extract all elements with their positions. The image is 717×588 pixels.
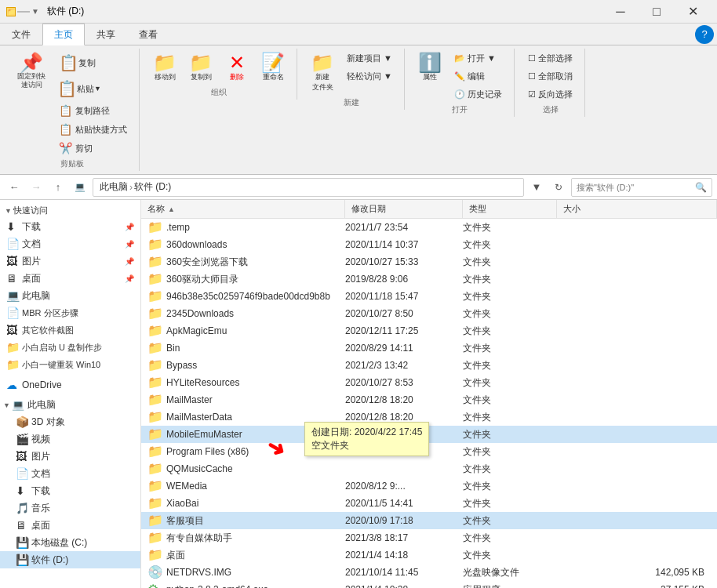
sidebar-item-reinstall[interactable]: 📁 小白一键重装 Win10 <box>0 356 140 373</box>
sidebar-item-onedrive[interactable]: ☁ OneDrive <box>0 376 140 394</box>
table-row[interactable]: 📁 客服项目 2020/10/9 17:18 文件夹 <box>141 512 717 529</box>
table-row[interactable]: 📁 HYLiteResources 2020/10/27 8:53 文件夹 <box>141 374 717 391</box>
history-button[interactable]: 🕐 历史记录 <box>449 86 508 103</box>
tab-share[interactable]: 共享 <box>85 24 127 45</box>
table-row[interactable]: 📁 MailMaster 2020/12/8 18:20 文件夹 <box>141 391 717 408</box>
file-date: 2020/10/9 17:18 <box>345 515 463 526</box>
close-button[interactable]: ✕ <box>675 0 711 24</box>
copy-path-button[interactable]: 📋 复制路径 <box>53 102 133 119</box>
refresh-button[interactable]: ↻ <box>549 178 568 197</box>
sidebar-item-mbr[interactable]: 📄 MBR 分区步骤 <box>0 304 140 321</box>
open-button[interactable]: 📂 打开 ▼ <box>449 50 508 67</box>
table-row[interactable]: 📁 Bypass 2021/2/3 13:42 文件夹 <box>141 357 717 374</box>
tab-view[interactable]: 查看 <box>127 24 169 45</box>
forward-button[interactable]: → <box>27 178 45 197</box>
table-row[interactable]: 📁 QQMusicCache 文件夹 <box>141 460 717 477</box>
edit-button[interactable]: ✏️ 编辑 <box>449 68 508 85</box>
pin-to-quick-access-button[interactable]: 📌 固定到快速访问 <box>11 50 52 93</box>
quick-access-arrow: ▼ <box>5 207 12 215</box>
sidebar-item-dsk[interactable]: 🖥 桌面 <box>0 517 140 534</box>
sidebar-item-pictures[interactable]: 🖼 图片 📌 <box>0 252 140 270</box>
table-row[interactable]: 📁 有专自媒体助手 2021/3/8 18:17 文件夹 <box>141 529 717 546</box>
sidebar-item-download[interactable]: ⬇ 下载 📌 <box>0 218 140 235</box>
col-header-type[interactable]: 类型 <box>463 200 557 218</box>
sidebar-item-3d[interactable]: 📦 3D 对象 <box>0 413 140 430</box>
table-row[interactable]: 📁 946b38e35c0259746f9bade00dcd9b8b 2020/… <box>141 288 717 305</box>
sidebar-item-documents[interactable]: 📄 文档 📌 <box>0 235 140 252</box>
table-row[interactable]: 📁 XiaoBai 2020/11/5 14:41 文件夹 <box>141 495 717 512</box>
table-row[interactable]: 📁 .temp 2021/1/7 23:54 文件夹 <box>141 219 717 236</box>
table-row[interactable]: 📁 360downloads 2020/11/14 10:37 文件夹 <box>141 236 717 253</box>
table-row[interactable]: ⚙ python-3.8.3-amd64.exe 2021/1/4 10:38 … <box>141 581 717 588</box>
clipboard-items: 📌 固定到快速访问 📋 复制 📋 粘贴 ▼ 📋 复制路径 <box>11 50 133 157</box>
quick-access-label: 快速访问 <box>13 205 48 216</box>
tab-file[interactable]: 文件 <box>0 24 42 45</box>
invert-selection-button[interactable]: ☑ 反向选择 <box>522 86 578 103</box>
paste-button[interactable]: 📋 粘贴 ▼ <box>53 77 133 100</box>
file-type: 文件夹 <box>463 480 557 493</box>
quick-access-toolbar[interactable] <box>17 11 30 13</box>
videos-icon: 🎬 <box>16 433 28 445</box>
col-header-date[interactable]: 修改日期 <box>345 200 463 218</box>
address-path[interactable]: 此电脑 › 软件 (D:) <box>93 178 524 197</box>
file-list-scroll[interactable]: 📁 .temp 2021/1/7 23:54 文件夹 📁 360download… <box>141 219 717 588</box>
3d-icon: 📦 <box>16 416 28 428</box>
tooltip-line-2: 空文件夹 <box>311 439 422 452</box>
sidebar-item-desktop[interactable]: 🖥 桌面 📌 <box>0 270 140 287</box>
this-pc-expand-icon: 💻 <box>12 399 24 411</box>
sidebar-item-dl[interactable]: ⬇ 下载 <box>0 482 140 499</box>
search-box[interactable]: 🔍 <box>571 178 712 197</box>
sidebar-item-videos[interactable]: 🎬 视频 <box>0 430 140 448</box>
table-row[interactable]: 📁 360安全浏览器下载 2020/10/27 15:33 文件夹 <box>141 253 717 270</box>
rename-button[interactable]: 📝 重命名 <box>256 50 290 85</box>
copy-button[interactable]: 📋 复制 <box>53 50 133 75</box>
maximize-button[interactable]: □ <box>639 0 675 24</box>
help-button[interactable]: ? <box>695 25 714 44</box>
properties-button[interactable]: ℹ️ 属性 <box>413 50 447 85</box>
sidebar-item-music[interactable]: 🎵 音乐 <box>0 499 140 517</box>
sidebar-item-usb[interactable]: 📁 小白启动 U 盘制作步 <box>0 339 140 356</box>
sidebar-item-c[interactable]: 💾 本地磁盘 (C:) <box>0 534 140 551</box>
easy-access-button[interactable]: 轻松访问 ▼ <box>341 68 398 85</box>
path-dropdown-button[interactable]: ▼ <box>527 178 546 197</box>
sidebar-item-d[interactable]: 💾 软件 (D:) <box>0 551 140 568</box>
minimize-button[interactable]: ─ <box>602 0 639 24</box>
sidebar-pictures-label: 图片 <box>22 255 120 268</box>
table-row[interactable]: 📁 ApkMagicEmu 2020/12/11 17:25 文件夹 <box>141 322 717 339</box>
table-row[interactable]: 📁 360驱动大师目录 2019/8/28 9:06 文件夹 <box>141 270 717 288</box>
sidebar-item-pics[interactable]: 🖼 图片 <box>0 448 140 465</box>
sidebar-documents-label: 文档 <box>22 238 120 251</box>
move-to-button[interactable]: 📁 移动到 <box>147 50 182 85</box>
file-name: 2345Downloads <box>163 308 345 319</box>
col-header-size[interactable]: 大小 <box>557 200 717 218</box>
table-row[interactable]: 📁 桌面 2021/1/4 14:18 文件夹 <box>141 546 717 564</box>
copy-to-button[interactable]: 📁 复制到 <box>184 50 218 85</box>
cut-button[interactable]: ✂️ 剪切 <box>53 140 133 157</box>
quick-access-header[interactable]: ▼ 快速访问 <box>0 203 140 218</box>
toolbar-dropdown[interactable]: ▼ <box>31 7 39 16</box>
col-header-name[interactable]: 名称 ▲ <box>141 200 345 218</box>
table-row[interactable]: 📁 2345Downloads 2020/10/27 8:50 文件夹 <box>141 305 717 322</box>
table-row[interactable]: 💿 NETDRVS.IMG 2021/10/14 11:45 光盘映像文件 14… <box>141 564 717 581</box>
search-input[interactable] <box>577 183 695 192</box>
sidebar-item-docs[interactable]: 📄 文档 <box>0 465 140 482</box>
recent-locations-button[interactable]: 💻 <box>71 178 89 197</box>
table-row[interactable]: 📁 WEMedia 2020/8/12 9:... 文件夹 <box>141 477 717 495</box>
up-button[interactable]: ↑ <box>49 178 67 197</box>
usb-icon: 📁 <box>6 341 19 354</box>
select-all-button[interactable]: ☐ 全部选择 <box>522 50 578 67</box>
file-date: 2020/12/8 18:20 <box>345 412 463 423</box>
delete-button[interactable]: ✕ 删除 <box>220 50 254 85</box>
sidebar-music-label: 音乐 <box>31 502 134 515</box>
new-item-button[interactable]: 新建项目 ▼ <box>341 50 398 67</box>
deselect-all-button[interactable]: ☐ 全部取消 <box>522 68 578 85</box>
c-drive-icon: 💾 <box>16 536 28 549</box>
this-pc-header[interactable]: ▼ 💻 此电脑 <box>0 397 140 413</box>
tab-home[interactable]: 主页 <box>42 24 85 45</box>
back-button[interactable]: ← <box>5 178 24 197</box>
sidebar-item-screenshot[interactable]: 🖼 其它软件截图 <box>0 321 140 339</box>
sidebar-item-this-pc-quick[interactable]: 💻 此电脑 <box>0 287 140 304</box>
paste-shortcut-button[interactable]: 📋 粘贴快捷方式 <box>53 121 133 138</box>
table-row[interactable]: 📁 Bin 2020/8/29 14:11 文件夹 <box>141 339 717 357</box>
new-folder-button[interactable]: 📁 新建文件夹 <box>305 50 340 96</box>
